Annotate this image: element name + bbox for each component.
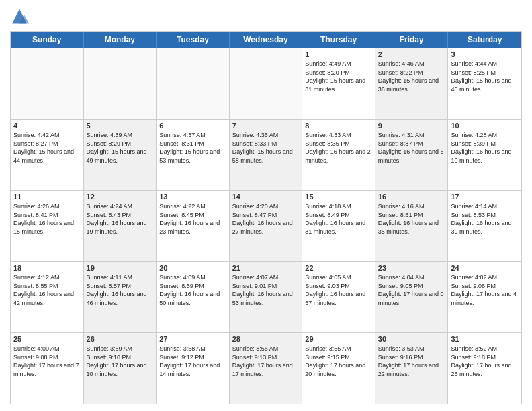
calendar-cell-0-3 (230, 48, 303, 119)
calendar-cell-3-4: 22Sunrise: 4:05 AM Sunset: 9:03 PM Dayli… (302, 262, 375, 332)
day-number: 10 (451, 122, 519, 130)
day-number: 30 (378, 335, 445, 343)
calendar-cell-2-4: 15Sunrise: 4:18 AM Sunset: 8:49 PM Dayli… (302, 191, 375, 261)
day-info: Sunrise: 3:58 AM Sunset: 9:12 PM Dayligh… (159, 345, 226, 378)
day-info: Sunrise: 4:42 AM Sunset: 8:27 PM Dayligh… (13, 131, 81, 165)
day-number: 31 (451, 335, 519, 343)
calendar-cell-2-5: 16Sunrise: 4:16 AM Sunset: 8:51 PM Dayli… (375, 191, 449, 261)
logo-icon (10, 7, 29, 26)
day-info: Sunrise: 4:26 AM Sunset: 8:41 PM Dayligh… (13, 202, 81, 236)
day-number: 12 (87, 193, 154, 201)
calendar-body: 1Sunrise: 4:49 AM Sunset: 8:20 PM Daylig… (11, 48, 521, 404)
calendar-row-3: 18Sunrise: 4:12 AM Sunset: 8:55 PM Dayli… (11, 261, 521, 332)
weekday-header-saturday: Saturday (448, 32, 521, 48)
day-info: Sunrise: 4:04 AM Sunset: 9:05 PM Dayligh… (378, 273, 445, 307)
day-info: Sunrise: 3:56 AM Sunset: 9:13 PM Dayligh… (232, 345, 300, 378)
calendar-cell-2-0: 11Sunrise: 4:26 AM Sunset: 8:41 PM Dayli… (11, 191, 84, 261)
calendar-cell-2-6: 17Sunrise: 4:14 AM Sunset: 8:53 PM Dayli… (448, 191, 521, 261)
calendar-cell-4-0: 25Sunrise: 4:00 AM Sunset: 9:08 PM Dayli… (11, 333, 84, 404)
calendar-cell-1-3: 7Sunrise: 4:35 AM Sunset: 8:33 PM Daylig… (230, 120, 303, 190)
day-number: 24 (451, 264, 519, 272)
calendar-cell-1-5: 9Sunrise: 4:31 AM Sunset: 8:37 PM Daylig… (375, 120, 449, 190)
day-info: Sunrise: 4:11 AM Sunset: 8:57 PM Dayligh… (87, 273, 154, 307)
calendar-cell-1-6: 10Sunrise: 4:28 AM Sunset: 8:39 PM Dayli… (448, 120, 521, 190)
day-number: 16 (378, 193, 445, 201)
calendar-cell-0-5: 2Sunrise: 4:46 AM Sunset: 8:22 PM Daylig… (375, 48, 449, 119)
day-number: 22 (305, 264, 372, 272)
weekday-header-wednesday: Wednesday (230, 32, 303, 48)
day-number: 9 (378, 122, 445, 130)
day-number: 19 (87, 264, 154, 272)
day-info: Sunrise: 3:52 AM Sunset: 9:18 PM Dayligh… (451, 345, 519, 378)
calendar-cell-2-2: 13Sunrise: 4:22 AM Sunset: 8:45 PM Dayli… (157, 191, 230, 261)
calendar-cell-3-6: 24Sunrise: 4:02 AM Sunset: 9:06 PM Dayli… (448, 262, 521, 332)
day-info: Sunrise: 4:18 AM Sunset: 8:49 PM Dayligh… (305, 202, 372, 236)
day-number: 8 (305, 122, 372, 130)
weekday-header-thursday: Thursday (302, 32, 375, 48)
calendar-cell-3-0: 18Sunrise: 4:12 AM Sunset: 8:55 PM Dayli… (11, 262, 84, 332)
calendar-cell-4-4: 29Sunrise: 3:55 AM Sunset: 9:15 PM Dayli… (302, 333, 375, 404)
calendar-row-1: 4Sunrise: 4:42 AM Sunset: 8:27 PM Daylig… (11, 119, 521, 190)
day-number: 27 (159, 335, 226, 343)
calendar-cell-1-4: 8Sunrise: 4:33 AM Sunset: 8:35 PM Daylig… (302, 120, 375, 190)
calendar-cell-4-5: 30Sunrise: 3:53 AM Sunset: 9:16 PM Dayli… (375, 333, 449, 404)
calendar-row-0: 1Sunrise: 4:49 AM Sunset: 8:20 PM Daylig… (11, 48, 521, 119)
day-info: Sunrise: 4:49 AM Sunset: 8:20 PM Dayligh… (305, 60, 372, 93)
day-info: Sunrise: 4:12 AM Sunset: 8:55 PM Dayligh… (13, 273, 81, 307)
weekday-header-friday: Friday (375, 32, 449, 48)
day-number: 18 (13, 264, 81, 272)
calendar-row-2: 11Sunrise: 4:26 AM Sunset: 8:41 PM Dayli… (11, 190, 521, 261)
calendar-cell-4-2: 27Sunrise: 3:58 AM Sunset: 9:12 PM Dayli… (157, 333, 230, 404)
day-number: 11 (13, 193, 81, 201)
calendar-cell-2-1: 12Sunrise: 4:24 AM Sunset: 8:43 PM Dayli… (84, 191, 157, 261)
day-info: Sunrise: 4:09 AM Sunset: 8:59 PM Dayligh… (159, 273, 226, 307)
calendar: SundayMondayTuesdayWednesdayThursdayFrid… (10, 31, 522, 404)
day-number: 6 (159, 122, 226, 130)
calendar-cell-0-2 (157, 48, 230, 119)
calendar-cell-3-1: 19Sunrise: 4:11 AM Sunset: 8:57 PM Dayli… (84, 262, 157, 332)
day-info: Sunrise: 4:07 AM Sunset: 9:01 PM Dayligh… (232, 273, 300, 307)
page: SundayMondayTuesdayWednesdayThursdayFrid… (0, 0, 532, 411)
calendar-cell-0-1 (84, 48, 157, 119)
day-info: Sunrise: 3:55 AM Sunset: 9:15 PM Dayligh… (305, 345, 372, 378)
calendar-cell-4-1: 26Sunrise: 3:59 AM Sunset: 9:10 PM Dayli… (84, 333, 157, 404)
day-number: 5 (87, 122, 154, 130)
day-number: 25 (13, 335, 81, 343)
day-info: Sunrise: 3:59 AM Sunset: 9:10 PM Dayligh… (87, 345, 154, 378)
calendar-row-4: 25Sunrise: 4:00 AM Sunset: 9:08 PM Dayli… (11, 332, 521, 404)
weekday-header-monday: Monday (84, 32, 157, 48)
day-number: 28 (232, 335, 300, 343)
day-number: 15 (305, 193, 372, 201)
day-info: Sunrise: 4:28 AM Sunset: 8:39 PM Dayligh… (451, 131, 519, 165)
day-info: Sunrise: 4:39 AM Sunset: 8:29 PM Dayligh… (87, 131, 154, 165)
day-info: Sunrise: 4:16 AM Sunset: 8:51 PM Dayligh… (378, 202, 445, 236)
day-info: Sunrise: 4:24 AM Sunset: 8:43 PM Dayligh… (87, 202, 154, 236)
day-number: 23 (378, 264, 445, 272)
day-info: Sunrise: 4:46 AM Sunset: 8:22 PM Dayligh… (378, 60, 445, 93)
day-info: Sunrise: 4:22 AM Sunset: 8:45 PM Dayligh… (159, 202, 226, 236)
day-number: 21 (232, 264, 300, 272)
calendar-cell-1-2: 6Sunrise: 4:37 AM Sunset: 8:31 PM Daylig… (157, 120, 230, 190)
day-number: 7 (232, 122, 300, 130)
day-number: 13 (159, 193, 226, 201)
day-info: Sunrise: 4:05 AM Sunset: 9:03 PM Dayligh… (305, 273, 372, 307)
weekday-header-sunday: Sunday (11, 32, 84, 48)
day-info: Sunrise: 4:02 AM Sunset: 9:06 PM Dayligh… (451, 273, 519, 307)
weekday-header-tuesday: Tuesday (157, 32, 230, 48)
day-info: Sunrise: 4:14 AM Sunset: 8:53 PM Dayligh… (451, 202, 519, 236)
header (10, 7, 522, 26)
day-number: 4 (13, 122, 81, 130)
day-number: 3 (451, 50, 519, 58)
day-number: 17 (451, 193, 519, 201)
calendar-header: SundayMondayTuesdayWednesdayThursdayFrid… (11, 32, 521, 48)
day-info: Sunrise: 3:53 AM Sunset: 9:16 PM Dayligh… (378, 345, 445, 378)
logo (10, 7, 32, 26)
calendar-cell-4-6: 31Sunrise: 3:52 AM Sunset: 9:18 PM Dayli… (448, 333, 521, 404)
day-number: 20 (159, 264, 226, 272)
calendar-cell-3-2: 20Sunrise: 4:09 AM Sunset: 8:59 PM Dayli… (157, 262, 230, 332)
calendar-cell-4-3: 28Sunrise: 3:56 AM Sunset: 9:13 PM Dayli… (230, 333, 303, 404)
day-number: 1 (305, 50, 372, 58)
day-info: Sunrise: 4:35 AM Sunset: 8:33 PM Dayligh… (232, 131, 300, 165)
calendar-cell-0-0 (11, 48, 84, 119)
day-number: 29 (305, 335, 372, 343)
